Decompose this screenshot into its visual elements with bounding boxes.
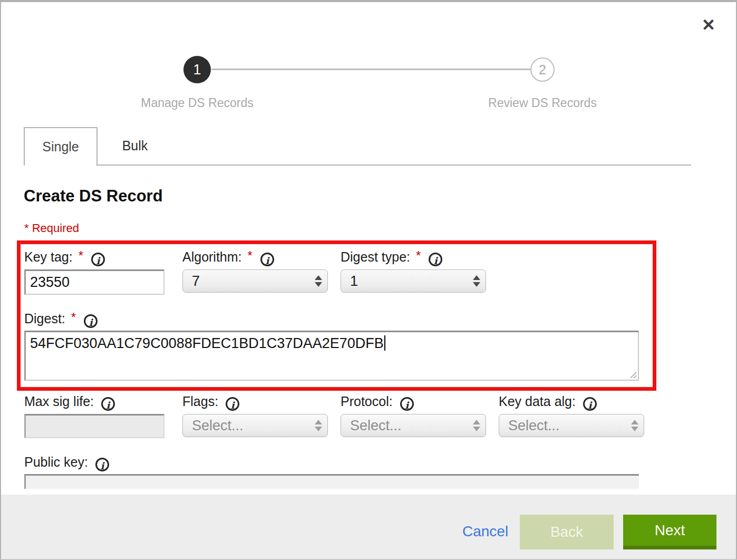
public-key-info-icon[interactable]: i: [95, 458, 109, 471]
digest-label: Digest: * i: [24, 310, 98, 328]
resize-handle-icon[interactable]: [628, 370, 636, 378]
page-title: Create DS Record: [24, 187, 163, 206]
select-spinner-icon: [309, 420, 327, 431]
public-key-textarea[interactable]: [24, 474, 639, 489]
tab-bar: Single Bulk: [24, 127, 691, 166]
key-data-alg-label: Key data alg: i: [499, 394, 597, 411]
algorithm-label: Algorithm: * i: [182, 248, 274, 266]
next-button[interactable]: Next: [623, 515, 716, 549]
cancel-button[interactable]: Cancel: [462, 523, 508, 540]
protocol-info-icon[interactable]: i: [400, 397, 414, 411]
digest-type-required-asterisk: *: [416, 248, 421, 263]
digest-type-label: Digest type: * i: [341, 248, 442, 266]
step-2-label: Review DS Records: [458, 96, 627, 110]
key-data-alg-label-text: Key data alg:: [499, 394, 576, 409]
key-tag-label-text: Key tag:: [24, 249, 73, 264]
algorithm-required-asterisk: *: [248, 248, 253, 263]
back-button[interactable]: Back: [520, 515, 614, 549]
algorithm-select[interactable]: 7: [182, 269, 328, 293]
stepper-connector-line: [211, 69, 530, 70]
digest-info-icon[interactable]: i: [84, 314, 98, 328]
algorithm-info-icon[interactable]: i: [260, 253, 274, 266]
select-spinner-icon: [309, 275, 327, 287]
flags-select-value: Select...: [183, 418, 309, 434]
digest-textarea[interactable]: 54FCF030AA1C79C0088FDEC1BD1C37DAA2E70DFB: [24, 331, 639, 381]
public-key-label: Public key: i: [24, 455, 109, 471]
required-note: * Required: [24, 221, 79, 235]
public-key-label-text: Public key:: [24, 455, 88, 469]
digest-type-select-value: 1: [341, 273, 468, 289]
step-2-circle: 2: [530, 57, 555, 82]
text-caret: [384, 335, 385, 351]
protocol-label-text: Protocol:: [341, 394, 393, 409]
select-spinner-icon: [468, 275, 486, 287]
create-ds-record-dialog: ✕ 1 2 Manage DS Records Review DS Record…: [0, 0, 737, 560]
algorithm-label-text: Algorithm:: [182, 249, 242, 264]
max-sig-life-label-text: Max sig life:: [24, 394, 94, 409]
digest-label-text: Digest:: [24, 311, 65, 326]
max-sig-life-label: Max sig life: i: [24, 394, 115, 411]
step-1-label: Manage DS Records: [113, 96, 282, 110]
digest-type-select[interactable]: 1: [341, 269, 486, 293]
key-data-alg-select-value: Select...: [499, 418, 626, 434]
digest-type-label-text: Digest type:: [341, 249, 410, 264]
key-tag-label: Key tag: * i: [24, 248, 105, 266]
flags-info-icon[interactable]: i: [226, 397, 239, 411]
tab-single[interactable]: Single: [24, 127, 98, 166]
protocol-select-value: Select...: [341, 418, 468, 434]
max-sig-life-input[interactable]: [24, 414, 164, 438]
key-tag-input[interactable]: [24, 269, 164, 295]
algorithm-select-value: 7: [183, 273, 309, 289]
key-tag-required-asterisk: *: [79, 248, 83, 263]
select-spinner-icon: [626, 420, 644, 431]
digest-required-asterisk: *: [71, 310, 76, 324]
select-spinner-icon: [468, 420, 486, 431]
protocol-label: Protocol: i: [341, 394, 414, 411]
digest-type-info-icon[interactable]: i: [429, 253, 442, 266]
tab-bulk[interactable]: Bulk: [98, 127, 172, 165]
max-sig-life-info-icon[interactable]: i: [101, 397, 115, 411]
digest-textarea-value: 54FCF030AA1C79C0088FDEC1BD1C37DAA2E70DFB: [30, 335, 384, 351]
protocol-select[interactable]: Select...: [341, 414, 486, 437]
flags-label: Flags: i: [182, 394, 239, 411]
key-tag-info-icon[interactable]: i: [91, 253, 105, 266]
key-data-alg-select[interactable]: Select...: [499, 414, 644, 437]
step-1-circle: 1: [183, 56, 211, 83]
flags-select[interactable]: Select...: [182, 414, 328, 437]
close-icon[interactable]: ✕: [698, 15, 719, 36]
flags-label-text: Flags:: [182, 394, 218, 409]
key-data-alg-info-icon[interactable]: i: [583, 397, 597, 411]
